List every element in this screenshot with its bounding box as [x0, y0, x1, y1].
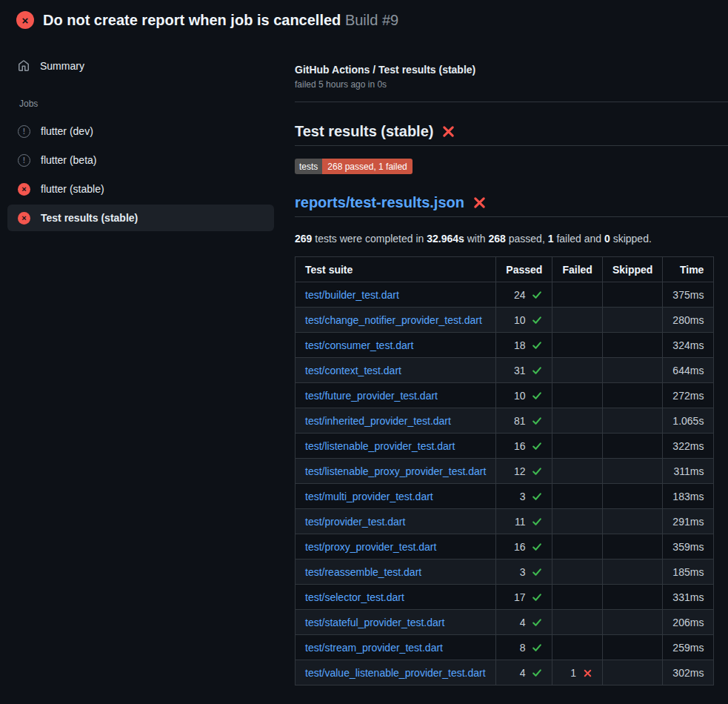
passed-cell: 16	[496, 534, 552, 559]
time-cell: 259ms	[663, 635, 714, 660]
failed-cell	[552, 308, 602, 333]
time-cell: 331ms	[663, 585, 714, 610]
suite-link[interactable]: test/builder_test.dart	[305, 289, 399, 301]
job-label: Test results (stable)	[41, 212, 138, 224]
suite-link[interactable]: test/listenable_proxy_provider_test.dart	[305, 465, 486, 477]
skipped-cell	[602, 434, 662, 459]
job-label: flutter (dev)	[41, 125, 93, 137]
suite-link[interactable]: test/consumer_test.dart	[305, 339, 413, 351]
table-row: test/stream_provider_test.dart8 259ms	[295, 635, 714, 660]
passed-cell: 4	[496, 660, 552, 685]
summary-text: with	[464, 233, 489, 245]
suite-cell: test/listenable_provider_test.dart	[295, 434, 496, 459]
suite-cell: test/stream_provider_test.dart	[295, 635, 496, 660]
col-header-test-suite: Test suite	[295, 257, 496, 282]
breadcrumb: GitHub Actions / Test results (stable)	[295, 64, 728, 76]
suite-cell: test/selector_test.dart	[295, 585, 496, 610]
failed-cell	[552, 434, 602, 459]
table-row: test/change_notifier_provider_test.dart1…	[295, 308, 714, 333]
suite-cell: test/multi_provider_test.dart	[295, 484, 496, 509]
suite-link[interactable]: test/context_test.dart	[305, 365, 401, 376]
time-cell: 375ms	[663, 282, 714, 308]
failed-cell	[552, 534, 602, 559]
failed-cell	[552, 333, 602, 358]
job-label: flutter (stable)	[41, 183, 104, 195]
suite-link[interactable]: test/stream_provider_test.dart	[305, 642, 443, 654]
report-failed-x-icon	[472, 196, 487, 210]
run-title-text: Do not create report when job is cancell…	[43, 12, 341, 28]
suite-link[interactable]: test/inherited_provider_test.dart	[305, 415, 451, 427]
report-heading: reports/test-results.json	[295, 194, 728, 217]
suite-link[interactable]: test/selector_test.dart	[305, 591, 404, 603]
failed-cell	[552, 282, 602, 308]
suite-link[interactable]: test/reassemble_test.dart	[305, 566, 421, 578]
time-cell: 280ms	[663, 308, 714, 333]
time-cell: 644ms	[663, 358, 714, 383]
job-neutral-icon: !	[18, 125, 30, 138]
failed-cell	[552, 559, 602, 585]
table-row: test/stateful_provider_test.dart4 206ms	[295, 610, 714, 635]
suite-link[interactable]: test/provider_test.dart	[305, 516, 405, 528]
sidebar: Summary Jobs !flutter (dev)!flutter (bet…	[0, 36, 289, 233]
home-icon	[18, 60, 30, 72]
table-row: test/inherited_provider_test.dart81 1.06…	[295, 408, 714, 434]
skipped-cell	[602, 358, 662, 383]
suite-cell: test/stateful_provider_test.dart	[295, 610, 496, 635]
suite-cell: test/value_listenable_provider_test.dart	[295, 660, 496, 685]
skipped-cell	[602, 509, 662, 534]
table-row: test/provider_test.dart11 291ms	[295, 509, 714, 534]
time-cell: 302ms	[663, 660, 714, 685]
failed-cell	[552, 484, 602, 509]
sidebar-item-job[interactable]: ×Test results (stable)	[7, 205, 274, 231]
time-cell: 206ms	[663, 610, 714, 635]
failed-cell	[552, 459, 602, 484]
time-cell: 1.065s	[663, 408, 714, 434]
failed-cell	[552, 635, 602, 660]
suite-link[interactable]: test/listenable_provider_test.dart	[305, 440, 455, 452]
summary-number: 1	[548, 233, 554, 245]
time-cell: 359ms	[663, 534, 714, 559]
badge-label: tests	[295, 159, 322, 174]
summary-number: 32.964s	[427, 233, 464, 245]
time-cell: 291ms	[663, 509, 714, 534]
suite-cell: test/future_provider_test.dart	[295, 383, 496, 408]
skipped-cell	[602, 660, 662, 685]
passed-cell: 3	[496, 559, 552, 585]
table-row: test/consumer_test.dart18 324ms	[295, 333, 714, 358]
run-status-line: failed 5 hours ago in 0s	[295, 79, 728, 90]
sidebar-item-summary[interactable]: Summary	[7, 53, 274, 79]
skipped-cell	[602, 484, 662, 509]
skipped-cell	[602, 459, 662, 484]
report-file-link[interactable]: reports/test-results.json	[295, 194, 464, 211]
run-failed-status-icon: ×	[16, 11, 34, 29]
passed-cell: 16	[496, 434, 552, 459]
failed-cell	[552, 383, 602, 408]
table-header-row: Test suite Passed Failed Skipped Time	[295, 257, 714, 282]
skipped-cell	[602, 585, 662, 610]
suite-link[interactable]: test/value_listenable_provider_test.dart	[305, 667, 486, 679]
summary-number: 269	[295, 233, 312, 245]
job-failed-icon: ×	[18, 183, 30, 196]
suite-link[interactable]: test/stateful_provider_test.dart	[305, 617, 444, 628]
passed-cell: 12	[496, 459, 552, 484]
suite-cell: test/proxy_provider_test.dart	[295, 534, 496, 559]
section-title: Test results (stable)	[295, 123, 433, 140]
suite-link[interactable]: test/future_provider_test.dart	[305, 390, 438, 402]
skipped-cell	[602, 635, 662, 660]
suite-cell: test/listenable_proxy_provider_test.dart	[295, 459, 496, 484]
passed-cell: 10	[496, 383, 552, 408]
failed-cell	[552, 358, 602, 383]
time-cell: 322ms	[663, 434, 714, 459]
suite-link[interactable]: test/proxy_provider_test.dart	[305, 541, 436, 553]
passed-cell: 8	[496, 635, 552, 660]
skipped-cell	[602, 383, 662, 408]
sidebar-item-job[interactable]: !flutter (dev)	[7, 118, 274, 145]
sidebar-item-job[interactable]: ×flutter (stable)	[7, 176, 274, 202]
job-neutral-icon: !	[18, 154, 30, 167]
suite-link[interactable]: test/multi_provider_test.dart	[305, 491, 433, 502]
jobs-section-label: Jobs	[19, 99, 274, 109]
sidebar-item-job[interactable]: !flutter (beta)	[7, 147, 274, 173]
page-layout: Summary Jobs !flutter (dev)!flutter (bet…	[0, 36, 728, 685]
sidebar-summary-label: Summary	[40, 60, 84, 72]
suite-link[interactable]: test/change_notifier_provider_test.dart	[305, 314, 482, 326]
